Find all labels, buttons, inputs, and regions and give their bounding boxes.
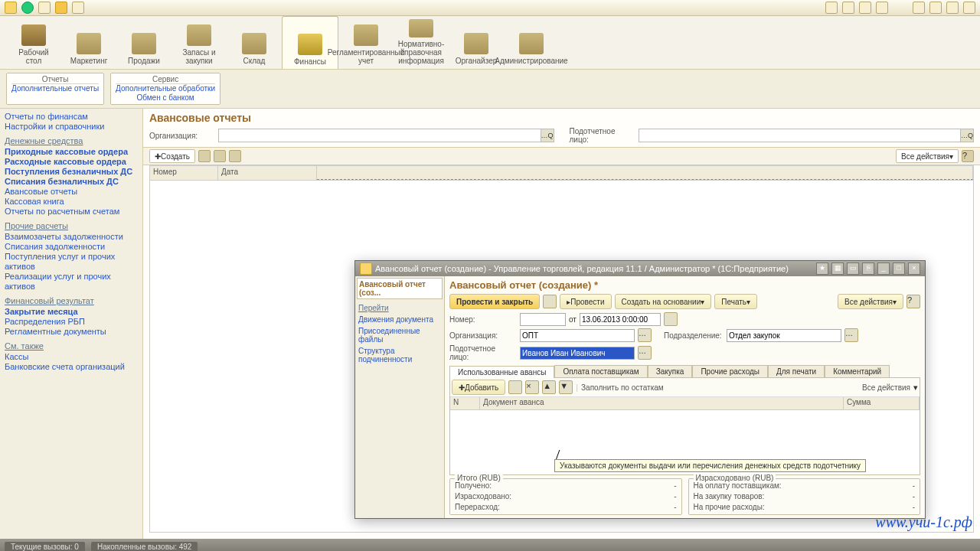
subribbon-link[interactable]: Обмен с банком	[116, 93, 215, 103]
help-icon[interactable]: ?	[906, 295, 920, 308]
subribbon-link[interactable]: Дополнительные обработки	[116, 84, 215, 93]
detail-tab[interactable]: Использованные авансы	[449, 366, 554, 378]
close-icon[interactable]: ×	[908, 262, 920, 275]
dropdown-icon[interactable]: …Q	[541, 129, 554, 142]
sidebar-link[interactable]: Банковские счета организаций	[5, 362, 138, 372]
tool-icon[interactable]: ⎘	[862, 262, 874, 275]
copy-icon[interactable]	[508, 380, 522, 394]
filter-person-field[interactable]: …Q	[639, 129, 975, 142]
filter-org-field[interactable]: …Q	[218, 129, 554, 142]
sidebar-link[interactable]: Поступления безналичных ДС	[5, 167, 138, 177]
modal-nav-item[interactable]: Авансовый отчет (соз...	[357, 278, 443, 299]
fill-by-balance-link[interactable]: Заполнить по остаткам	[581, 383, 664, 392]
col-doc[interactable]: Документ аванса	[480, 397, 844, 409]
help-icon[interactable]: ?	[962, 150, 974, 162]
section-1[interactable]: Маркетинг	[61, 16, 116, 68]
person-field[interactable]	[520, 347, 635, 360]
sidebar-link[interactable]: Регламентные документы	[5, 327, 138, 337]
create-based-button[interactable]: Создать на основании ▾	[615, 294, 712, 309]
date-field[interactable]	[580, 313, 661, 326]
sidebar-link[interactable]: Распределения РБП	[5, 317, 138, 327]
save-icon[interactable]	[543, 295, 557, 308]
delete-icon[interactable]	[229, 150, 241, 162]
history-icon[interactable]	[72, 2, 84, 14]
modal-nav-item[interactable]: Структура подчиненности	[357, 345, 443, 365]
org-field[interactable]	[520, 329, 635, 342]
select-icon[interactable]: …	[844, 328, 858, 342]
sidebar-link[interactable]: Авансовые отчеты	[5, 187, 138, 197]
grid-all-actions[interactable]: Все действия	[862, 383, 910, 392]
sidebar-link[interactable]: Кассы	[5, 352, 138, 362]
move-down-icon[interactable]: ▼	[559, 380, 573, 394]
sidebar-link[interactable]: Кассовая книга	[5, 197, 138, 207]
sidebar-link[interactable]: Поступления услуг и прочих активов	[5, 252, 138, 272]
section-3[interactable]: Запасы изакупки	[172, 16, 227, 68]
status-tab[interactable]: Текущие вызовы: 0	[5, 542, 85, 552]
window-title-bar[interactable]: Авансовый отчет (создание) - Управление …	[355, 261, 925, 276]
sidebar-link[interactable]: Реализации услуг и прочих активов	[5, 272, 138, 292]
edit-icon[interactable]	[214, 150, 226, 162]
subribbon-link[interactable]: Дополнительные отчеты	[11, 84, 99, 93]
minimize-icon[interactable]	[929, 2, 942, 14]
minimize-icon[interactable]: _	[877, 262, 890, 275]
section-2[interactable]: Продажи	[116, 16, 172, 68]
sidebar-link[interactable]: Списания безналичных ДС	[5, 177, 138, 187]
section-6[interactable]: Регламентированныйучет	[338, 16, 394, 68]
maximize-icon[interactable]	[946, 2, 959, 14]
sidebar-link[interactable]: Взаимозачеты задолженности	[5, 232, 138, 242]
dept-field[interactable]	[727, 329, 841, 342]
print-button[interactable]: Печать ▾	[714, 294, 757, 309]
move-up-icon[interactable]: ▲	[542, 380, 556, 394]
help-icon[interactable]	[913, 2, 925, 14]
nav-back-icon[interactable]	[21, 2, 34, 14]
tool-icon[interactable]	[842, 2, 854, 14]
grid-body[interactable]: Указываются документы выдачи или перечис…	[450, 410, 920, 474]
col-number[interactable]: Номер	[150, 166, 218, 180]
maximize-icon[interactable]: □	[893, 262, 905, 275]
post-button[interactable]: ▸ Провести	[560, 294, 611, 309]
select-icon[interactable]: …	[638, 328, 652, 342]
detail-tab[interactable]: Оплата поставщикам	[554, 365, 647, 377]
add-row-button[interactable]: ✚ Добавить	[452, 380, 505, 395]
nav-fwd-icon[interactable]	[38, 2, 51, 14]
section-9[interactable]: Администрирование	[504, 16, 559, 68]
detail-tab[interactable]: Закупка	[648, 365, 693, 377]
col-n[interactable]: N	[450, 397, 480, 409]
col-sum[interactable]: Сумма	[844, 397, 920, 409]
close-icon[interactable]	[963, 2, 975, 14]
sidebar-link[interactable]: Отчеты по финансам	[5, 112, 138, 122]
create-button[interactable]: ✚ Создать	[149, 149, 195, 163]
tool-icon[interactable]	[825, 2, 838, 14]
tool-icon[interactable]: ▦	[831, 262, 844, 275]
sidebar-link[interactable]: Закрытие месяца	[5, 307, 138, 317]
favorites-icon[interactable]	[55, 2, 67, 14]
section-7[interactable]: Нормативно-справочнаяинформация	[394, 16, 449, 68]
dropdown-icon[interactable]: …Q	[960, 129, 973, 142]
modal-nav-item[interactable]: Движения документа	[357, 314, 443, 325]
detail-tab[interactable]: Комментарий	[825, 365, 890, 377]
section-0[interactable]: Рабочийстол	[6, 16, 61, 68]
all-actions-button[interactable]: Все действия ▾	[896, 149, 959, 163]
modal-nav-item[interactable]: Присоединенные файлы	[357, 325, 443, 345]
modal-nav-item[interactable]: Перейти	[357, 302, 443, 314]
tool-icon[interactable]	[859, 2, 871, 14]
sidebar-link[interactable]: Настройки и справочники	[5, 122, 138, 132]
sidebar-link[interactable]: Расходные кассовые ордера	[5, 157, 138, 167]
detail-tab[interactable]: Прочие расходы	[692, 365, 768, 377]
select-icon[interactable]: …	[638, 346, 652, 360]
favorite-icon[interactable]: ★	[816, 262, 828, 275]
tool-icon[interactable]	[876, 2, 888, 14]
col-date[interactable]: Дата	[218, 166, 317, 180]
sidebar-link[interactable]: Списания задолженности	[5, 242, 138, 252]
tool-icon[interactable]: ▭	[847, 262, 859, 275]
copy-icon[interactable]	[198, 150, 211, 162]
all-actions-button[interactable]: Все действия ▾	[838, 294, 903, 309]
delete-icon[interactable]: ×	[525, 380, 539, 394]
sidebar-link[interactable]: Приходные кассовые ордера	[5, 147, 138, 157]
calendar-icon[interactable]	[664, 312, 678, 326]
section-4[interactable]: Склад	[227, 16, 282, 68]
number-field[interactable]	[520, 313, 566, 326]
sidebar-link[interactable]: Отчеты по расчетным счетам	[5, 207, 138, 217]
detail-tab[interactable]: Для печати	[768, 365, 825, 377]
post-and-close-button[interactable]: Провести и закрыть	[449, 294, 540, 309]
